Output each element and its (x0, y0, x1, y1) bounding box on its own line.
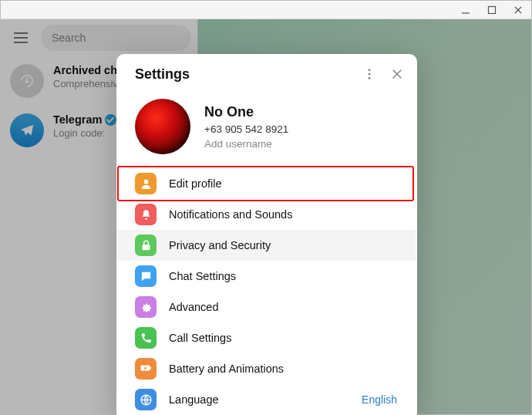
settings-item-label: Advanced (169, 301, 397, 313)
settings-scroll[interactable]: No One +63 905 542 8921 Add username Edi… (116, 94, 417, 415)
settings-item-chat[interactable]: Chat Settings (116, 261, 416, 292)
settings-item-label: Call Settings (169, 332, 397, 344)
globe-icon (135, 389, 157, 410)
svg-point-10 (143, 179, 148, 184)
gear-icon (135, 296, 157, 318)
settings-item-label: Edit profile (169, 177, 397, 190)
window-maximize-button[interactable] (479, 1, 505, 19)
window-titlebar (1, 1, 531, 19)
window-close-button[interactable] (505, 1, 531, 19)
settings-item-label: Battery and Animations (169, 363, 397, 375)
settings-item-label: Chat Settings (169, 270, 397, 282)
settings-item-label: Notifications and Sounds (169, 208, 397, 221)
settings-item-label: Privacy and Security (169, 239, 397, 251)
settings-item-battery[interactable]: Battery and Animations (116, 353, 416, 384)
settings-modal: Settings No One +63 905 542 8921 Add use… (116, 54, 417, 415)
settings-item-bell[interactable]: Notifications and Sounds (116, 199, 416, 230)
profile-section: No One +63 905 542 8921 Add username (116, 94, 416, 168)
svg-point-9 (369, 77, 371, 79)
close-button[interactable] (383, 60, 411, 88)
phone-icon (135, 327, 157, 349)
svg-point-8 (369, 73, 371, 76)
person-icon (135, 173, 157, 194)
profile-phone: +63 905 542 8921 (204, 123, 288, 135)
add-username-link[interactable]: Add username (204, 138, 288, 150)
chat-icon (135, 265, 157, 287)
svg-point-7 (369, 69, 371, 71)
settings-item-globe[interactable]: LanguageEnglish (116, 384, 416, 415)
more-menu-button[interactable] (355, 60, 383, 88)
svg-rect-1 (489, 6, 496, 13)
settings-item-phone[interactable]: Call Settings (116, 322, 416, 353)
settings-item-value: English (362, 393, 397, 406)
profile-name: No One (204, 104, 288, 120)
lock-icon (135, 234, 157, 256)
modal-title: Settings (135, 66, 355, 83)
profile-avatar[interactable] (135, 99, 190, 154)
window-minimize-button[interactable] (453, 1, 479, 19)
svg-rect-11 (142, 245, 150, 250)
settings-item-label: Language (169, 393, 349, 406)
settings-item-lock[interactable]: Privacy and Security (116, 230, 416, 261)
settings-item-person[interactable]: Edit profile (116, 168, 416, 199)
settings-item-gear[interactable]: Advanced (116, 292, 416, 322)
bell-icon (135, 204, 157, 225)
app-window: Search Archived chats Comprehensive (0, 0, 532, 415)
battery-icon (135, 358, 157, 380)
